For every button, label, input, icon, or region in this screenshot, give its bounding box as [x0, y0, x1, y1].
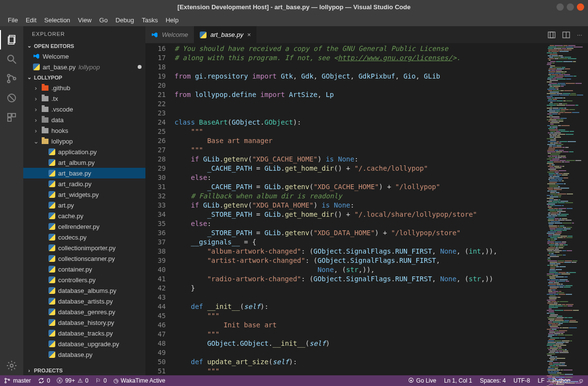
extensions-icon[interactable]: [0, 108, 23, 127]
settings-gear-icon[interactable]: [0, 356, 23, 375]
golive-item[interactable]: ⦿Go Live: [408, 377, 436, 384]
open-editors-list: Welcomeart_base.pylollypop: [23, 51, 145, 72]
line-gutter: 1617181920212223242526272829303132333435…: [145, 43, 175, 375]
file-item[interactable]: database_upgrade.py: [23, 338, 145, 349]
chevron-down-icon: ⌄: [26, 43, 32, 49]
file-item[interactable]: art_album.py: [23, 157, 145, 168]
svg-point-5: [8, 80, 10, 83]
menu-help[interactable]: Help: [163, 15, 182, 25]
folder-item[interactable]: ›.tx: [23, 93, 145, 104]
file-item[interactable]: database.py: [23, 349, 145, 360]
close-tab-icon[interactable]: ×: [247, 31, 251, 38]
split-editor-icon[interactable]: [548, 31, 556, 39]
svg-point-18: [5, 382, 6, 383]
file-item[interactable]: database_tracks.py: [23, 328, 145, 338]
svg-rect-11: [8, 118, 11, 121]
file-item[interactable]: collectionimporter.py: [23, 242, 145, 253]
window-titlebar: [Extension Development Host] - art_base.…: [0, 0, 588, 14]
file-item[interactable]: database_albums.py: [23, 285, 145, 296]
file-item[interactable]: collectionscanner.py: [23, 253, 145, 264]
svg-point-17: [5, 378, 6, 380]
editor-column: Welcomeart_base.py× ··· 1617181920212223…: [145, 26, 588, 375]
chevron-down-icon: ⌄: [26, 74, 32, 80]
open-editor-item[interactable]: Welcome: [23, 51, 145, 62]
source-control-icon[interactable]: [0, 69, 23, 88]
problems-item[interactable]: ⓧ99+ ⚠0 ⚐0: [57, 377, 107, 385]
file-item[interactable]: database_genres.py: [23, 306, 145, 317]
file-item[interactable]: art_base.py: [23, 168, 145, 178]
code-content[interactable]: # You should have received a copy of the…: [175, 43, 588, 375]
open-editors-header[interactable]: ⌄ OPEN EDITORS: [23, 41, 145, 51]
sync-item[interactable]: 0: [38, 377, 50, 384]
minimize-button[interactable]: [556, 3, 564, 11]
file-item[interactable]: art_widgets.py: [23, 189, 145, 200]
minimap[interactable]: [544, 43, 588, 375]
encoding-item[interactable]: UTF-8: [513, 377, 530, 384]
file-item[interactable]: art.py: [23, 200, 145, 210]
menu-go[interactable]: Go: [96, 15, 111, 25]
menubar[interactable]: FileEditSelectionViewGoDebugTasksHelp: [0, 14, 588, 26]
sidebar-explorer: EXPLORER ⌄ OPEN EDITORS Welcomeart_base.…: [23, 26, 145, 375]
file-item[interactable]: database_history.py: [23, 317, 145, 328]
sidebar-title: EXPLORER: [23, 26, 145, 41]
menu-edit[interactable]: Edit: [23, 15, 39, 25]
indentation-item[interactable]: Spaces: 4: [480, 377, 506, 384]
svg-line-3: [13, 61, 16, 64]
file-item[interactable]: cellrenderer.py: [23, 221, 145, 232]
status-bar: master 0 ⓧ99+ ⚠0 ⚐0 ◷WakaTime Active ⦿Go…: [0, 375, 588, 386]
debug-icon[interactable]: [0, 88, 23, 108]
explorer-icon[interactable]: [0, 30, 23, 49]
code-editor[interactable]: 1617181920212223242526272829303132333435…: [145, 43, 588, 375]
more-actions-icon[interactable]: ···: [577, 31, 582, 38]
svg-point-2: [8, 55, 14, 61]
svg-point-12: [10, 364, 13, 367]
menu-view[interactable]: View: [75, 15, 95, 25]
menu-debug[interactable]: Debug: [112, 15, 137, 25]
open-editor-item[interactable]: art_base.pylollypop: [23, 62, 145, 72]
file-item[interactable]: application.py: [23, 146, 145, 157]
window-title: [Extension Development Host] - art_base.…: [177, 3, 411, 11]
folder-item[interactable]: ›.vscode: [23, 104, 145, 114]
eol-item[interactable]: LF: [538, 377, 544, 384]
file-tree: ›.github›.tx›.vscode›data›hooks⌄lollypop…: [23, 82, 145, 366]
layout-icon[interactable]: [562, 31, 570, 39]
maximize-button[interactable]: [567, 3, 574, 11]
file-item[interactable]: container.py: [23, 264, 145, 274]
svg-rect-14: [550, 32, 553, 38]
cursor-position[interactable]: Ln 1, Col 1: [444, 377, 472, 384]
menu-file[interactable]: File: [5, 15, 21, 25]
workspace-header[interactable]: ⌄ LOLLYPOP: [23, 72, 145, 82]
activity-bar: [0, 26, 23, 375]
svg-rect-9: [8, 113, 11, 117]
file-item[interactable]: database_artists.py: [23, 296, 145, 306]
folder-item[interactable]: ›hooks: [23, 125, 145, 136]
wakatime-item[interactable]: ◷WakaTime Active: [113, 377, 165, 384]
folder-item[interactable]: ⌄lollypop: [23, 136, 145, 146]
svg-line-8: [9, 96, 14, 100]
menu-selection[interactable]: Selection: [41, 15, 73, 25]
svg-rect-13: [548, 32, 555, 38]
editor-tab[interactable]: art_base.py×: [194, 26, 257, 43]
svg-rect-10: [12, 113, 16, 117]
menu-tasks[interactable]: Tasks: [139, 15, 160, 25]
projects-header[interactable]: › PROJECTS: [23, 366, 145, 375]
editor-tab[interactable]: Welcome: [145, 26, 194, 43]
file-item[interactable]: controllers.py: [23, 274, 145, 285]
folder-item[interactable]: ›.github: [23, 82, 145, 93]
svg-point-4: [8, 75, 10, 77]
editor-tabbar: Welcomeart_base.py× ···: [145, 26, 588, 43]
chevron-right-icon: ›: [26, 368, 32, 373]
file-item[interactable]: cache.py: [23, 210, 145, 221]
search-icon[interactable]: [0, 49, 23, 69]
git-branch-item[interactable]: master: [4, 377, 31, 384]
file-item[interactable]: codecs.py: [23, 232, 145, 242]
close-button[interactable]: [577, 3, 584, 11]
folder-item[interactable]: ›data: [23, 114, 145, 125]
file-item[interactable]: art_radio.py: [23, 178, 145, 189]
